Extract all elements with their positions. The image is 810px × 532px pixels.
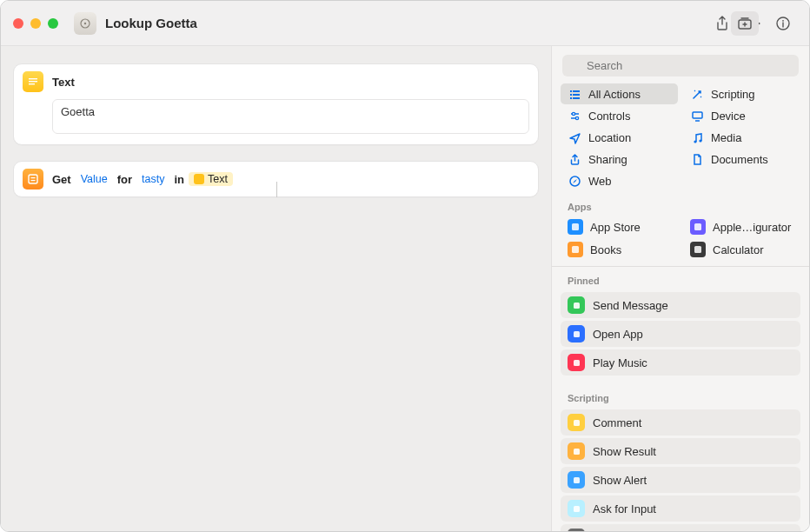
action-icon [568,414,585,431]
svg-rect-6 [29,81,37,82]
svg-rect-26 [572,246,579,253]
wand-icon [690,87,704,101]
svg-rect-15 [573,94,580,96]
action-show-alert[interactable]: Show Alert [561,467,800,493]
action-show-result[interactable]: Show Result [561,438,800,464]
text-action-input[interactable]: Goetta [52,99,529,134]
svg-rect-10 [31,180,36,181]
action-ask-for-input[interactable]: Ask for Input [561,495,800,522]
svg-rect-17 [573,97,580,99]
action-comment[interactable]: Comment [561,409,800,436]
pinned-section-header: Pinned [552,267,809,289]
category-media[interactable]: Media [683,127,800,148]
shortcut-icon [74,12,96,35]
location-icon [568,130,581,144]
library-toggle-button[interactable] [731,11,759,36]
close-button[interactable] [13,18,23,29]
category-controls[interactable]: Controls [561,105,678,126]
input-variable-chip[interactable]: Text [189,172,233,186]
text-action-title: Text [52,76,75,89]
minimize-button[interactable] [30,18,41,29]
category-scripting[interactable]: Scripting [683,83,800,104]
svg-rect-29 [574,331,580,337]
category-web[interactable]: Web [561,170,678,191]
sliders-icon [568,109,581,123]
app-calculator[interactable]: Calculator [683,238,800,261]
scripting-section-header: Scripting [552,384,809,407]
text-action-icon [23,71,43,92]
traffic-lights [13,18,58,29]
app-icon [690,242,706,257]
svg-rect-7 [29,83,35,84]
action-icon [568,354,585,371]
svg-rect-34 [574,506,580,512]
dictionary-action-icon [23,169,43,190]
note-icon [690,130,704,144]
canvas[interactable]: Text Goetta Get Value for tast [1,46,552,532]
app-icon [568,242,583,257]
titlebar: Lookup Goetta [1,1,809,46]
category-grid: All ActionsScriptingControlsDeviceLocati… [552,82,809,193]
category-documents[interactable]: Documents [683,149,800,170]
info-button[interactable] [769,11,797,36]
text-variable-icon [194,174,204,184]
action-icon [568,296,585,314]
action-icon [568,471,585,489]
action-icon [568,325,585,342]
display-icon [690,109,704,123]
content-area: Text Goetta Get Value for tast [1,46,809,532]
svg-rect-8 [29,175,37,183]
svg-rect-16 [570,97,572,99]
svg-rect-5 [29,78,37,79]
app-apple-igurator[interactable]: Apple…igurator [683,216,800,238]
app-books[interactable]: Books [561,238,678,261]
action-send-message[interactable]: Send Message [561,292,800,318]
svg-rect-25 [694,223,701,230]
svg-rect-30 [574,360,580,366]
safari-icon [568,174,581,188]
svg-point-18 [572,112,574,115]
svg-rect-13 [573,90,580,92]
svg-rect-31 [574,420,580,426]
app-window: Lookup Goetta Text [0,0,810,532]
svg-rect-32 [574,449,580,455]
svg-rect-12 [570,90,572,92]
svg-rect-28 [574,303,580,309]
zoom-button[interactable] [48,18,58,29]
svg-rect-9 [31,177,36,178]
svg-rect-24 [572,223,579,230]
get-value-expression: Get Value for tasty in Text [52,172,233,186]
action-icon [568,529,585,532]
pinned-list: Send MessageOpen AppPlay Music [552,292,809,384]
category-device[interactable]: Device [683,105,800,126]
svg-point-4 [782,20,784,22]
value-token[interactable]: Value [76,172,113,186]
doc-icon [690,152,704,166]
share-icon [568,152,581,166]
svg-point-22 [699,139,701,142]
list-icon [568,87,581,101]
category-all-actions[interactable]: All Actions [561,83,678,104]
app-icon [568,219,583,235]
svg-rect-20 [693,112,702,118]
action-play-music[interactable]: Play Music [561,349,800,376]
category-sharing[interactable]: Sharing [561,149,678,170]
action-card-text[interactable]: Text Goetta [13,63,539,145]
svg-point-19 [575,116,578,119]
category-location[interactable]: Location [561,127,678,148]
svg-point-1 [84,22,86,23]
action-count[interactable]: Count [561,524,800,532]
key-token[interactable]: tasty [136,172,169,186]
search-input[interactable] [562,55,799,76]
apps-section-header: Apps [552,193,809,216]
svg-rect-14 [570,94,572,96]
window-title: Lookup Goetta [105,16,197,30]
apps-grid: App StoreApple…iguratorBooksCalculator [552,216,809,261]
app-icon [690,219,706,235]
svg-point-21 [694,140,696,143]
app-app-store[interactable]: App Store [561,216,678,238]
action-open-app[interactable]: Open App [561,321,800,347]
actions-sidebar: All ActionsScriptingControlsDeviceLocati… [552,46,809,532]
action-icon [568,500,585,517]
scripting-list: CommentShow ResultShow AlertAsk for Inpu… [552,409,809,532]
